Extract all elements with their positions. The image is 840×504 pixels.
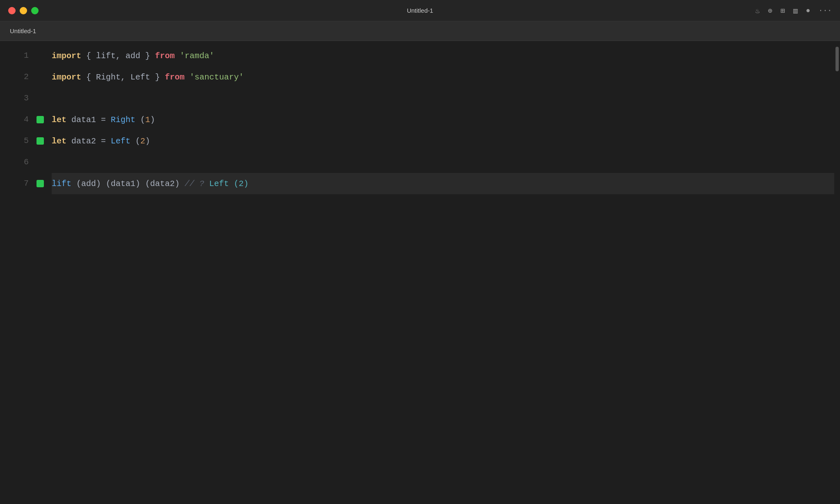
token-punct-2a: { [81, 73, 96, 82]
token-paren-5a: ( [130, 136, 140, 146]
token-num-1: 1 [145, 115, 150, 125]
token-from-1: from [155, 51, 175, 61]
close-button[interactable] [8, 7, 16, 14]
token-import-1: import [52, 51, 81, 61]
flame-icon[interactable]: ♨ [755, 6, 760, 15]
traffic-lights [8, 7, 39, 14]
code-line-6 [52, 152, 834, 173]
token-lift-args: (add) (data1) (data2) [71, 179, 185, 188]
line-number-2: 2 [0, 66, 29, 88]
token-punct-1b: } [140, 51, 155, 61]
token-space-2 [185, 73, 189, 82]
file-name-label: Untitled-1 [10, 27, 36, 34]
code-editor[interactable]: import { lift , add } from 'ramda' impor… [48, 45, 834, 504]
circle-icon[interactable]: ● [806, 7, 810, 15]
scrollbar-thumb[interactable] [835, 47, 839, 71]
file-header: Untitled-1 [0, 21, 840, 41]
breakpoint-4[interactable] [37, 116, 44, 123]
token-punct-2b: } [150, 73, 165, 82]
line-number-4: 4 [0, 109, 29, 130]
line-number-5: 5 [0, 130, 29, 152]
code-line-4: let data1 = Right ( 1 ) [52, 109, 834, 130]
line-number-3: 3 [0, 88, 29, 109]
more-icon[interactable]: ··· [819, 7, 832, 15]
token-import-2: import [52, 73, 81, 82]
line-numbers: 1 2 3 4 5 6 7 [0, 45, 33, 504]
line-number-7: 7 [0, 173, 29, 194]
token-let-4: let [52, 115, 66, 125]
token-space-1 [175, 51, 180, 61]
gutter-line-7 [33, 173, 48, 194]
gutter-line-2 [33, 66, 48, 88]
window-title: Untitled-1 [407, 7, 433, 14]
breakpoint-5[interactable] [37, 137, 44, 145]
token-paren-4a: ( [135, 115, 145, 125]
code-line-2: import { Right , Left } from 'sanctuary' [52, 66, 834, 88]
code-line-1: import { lift , add } from 'ramda' [52, 45, 834, 66]
token-comma-1: , [116, 51, 126, 61]
token-let-5: let [52, 136, 66, 146]
maximize-button[interactable] [31, 7, 39, 14]
token-lift-call: lift [52, 179, 71, 188]
token-string-sanctuary: 'sanctuary' [189, 73, 244, 82]
line-number-1: 1 [0, 45, 29, 66]
token-num-2: 2 [140, 136, 145, 146]
gutter [33, 45, 48, 504]
token-string-ramda: 'ramda' [180, 51, 214, 61]
gutter-line-1 [33, 45, 48, 66]
token-right-ctor: Right [111, 115, 135, 125]
code-line-3 [52, 88, 834, 109]
split-icon[interactable]: ▥ [793, 6, 798, 15]
token-left-id: Left [130, 73, 150, 82]
code-line-7: lift (add) (data1) (data2) // ? Left (2) [52, 173, 834, 194]
token-data1-assign: data1 = [66, 115, 111, 125]
token-result: Left (2) [209, 179, 249, 188]
token-paren-5b: ) [145, 136, 150, 146]
token-comment: // ? [185, 179, 209, 188]
token-punct-1a: { [81, 51, 96, 61]
broadcast-icon[interactable]: ⊕ [768, 6, 772, 15]
token-from-2: from [165, 73, 185, 82]
toolbar-actions: ♨ ⊕ ⊞ ▥ ● ··· [755, 6, 832, 15]
editor-container: 1 2 3 4 5 6 7 import { lift , add } [0, 41, 840, 504]
columns-icon[interactable]: ⊞ [781, 6, 785, 15]
token-data2-assign: data2 = [66, 136, 111, 146]
line-number-6: 6 [0, 152, 29, 173]
gutter-line-6 [33, 152, 48, 173]
title-bar: Untitled-1 ♨ ⊕ ⊞ ▥ ● ··· [0, 0, 840, 21]
scrollbar[interactable] [834, 45, 840, 504]
token-paren-4b: ) [150, 115, 155, 125]
gutter-line-4 [33, 109, 48, 130]
gutter-line-3 [33, 88, 48, 109]
minimize-button[interactable] [20, 7, 27, 14]
gutter-line-5 [33, 130, 48, 152]
code-line-5: let data2 = Left ( 2 ) [52, 130, 834, 152]
token-add: add [126, 51, 140, 61]
token-left-ctor: Left [111, 136, 130, 146]
token-lift: lift [96, 51, 116, 61]
token-right-id: Right [96, 73, 121, 82]
breakpoint-7[interactable] [37, 180, 44, 187]
token-comma-2: , [121, 73, 130, 82]
